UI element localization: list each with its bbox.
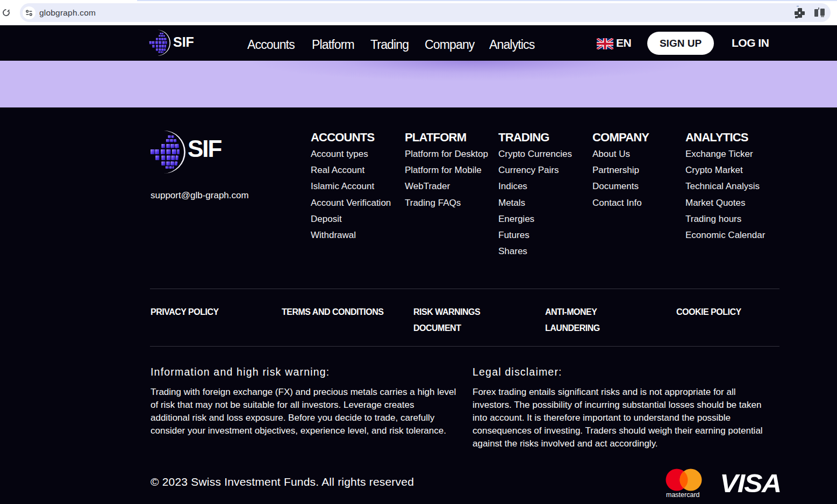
svg-text:mastercard: mastercard bbox=[666, 491, 700, 499]
